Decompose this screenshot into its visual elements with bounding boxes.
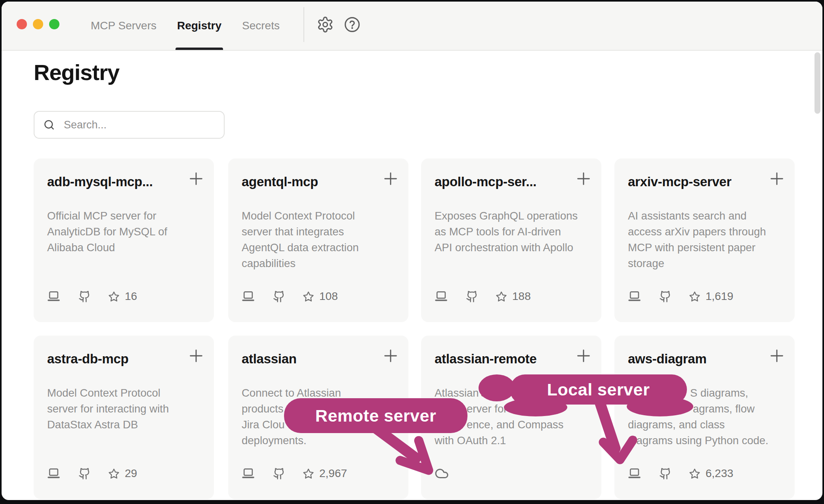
server-name: agentql-mcp (242, 174, 318, 189)
card-footer: 16 (47, 290, 137, 303)
add-server-button[interactable] (768, 347, 786, 365)
server-card[interactable]: agentql-mcp Model Context Protocolserver… (228, 158, 408, 322)
server-name: aws-diagram (628, 351, 706, 367)
server-name: arxiv-mcp-server (628, 174, 731, 189)
search-icon (43, 119, 55, 131)
card-footer: 29 (47, 467, 137, 480)
traffic-lights (17, 19, 59, 29)
github-icon[interactable] (273, 468, 285, 480)
zoom-window-button[interactable] (49, 19, 59, 29)
local-server-annotation: Local server (510, 374, 687, 405)
close-window-button[interactable] (17, 19, 27, 29)
app-window: MCP Servers Registry Secrets Registry (2, 2, 822, 500)
server-card[interactable]: arxiv-mcp-server AI assistants search an… (614, 158, 795, 322)
github-icon[interactable] (78, 290, 91, 303)
server-card[interactable]: astra-db-mcp Model Context Protocolserve… (34, 336, 214, 499)
server-description: Official MCP server forAnalyticDB for My… (47, 208, 206, 256)
tab-registry[interactable]: Registry (177, 2, 221, 50)
add-server-button[interactable] (574, 347, 593, 365)
star-count: 6,233 (706, 467, 733, 480)
card-footer: 6,233 (628, 467, 733, 480)
tab-secrets[interactable]: Secrets (242, 2, 280, 50)
laptop-icon (47, 467, 60, 480)
add-server-button[interactable] (381, 170, 400, 188)
star-icon (303, 291, 314, 302)
star-icon (689, 291, 700, 302)
laptop-icon (628, 467, 641, 480)
star-count: 188 (512, 290, 531, 303)
laptop-icon (435, 290, 448, 303)
server-description: Model Context Protocolserver for interac… (47, 385, 206, 433)
add-server-button[interactable] (768, 170, 786, 188)
laptop-icon (242, 467, 255, 480)
add-server-button[interactable] (187, 170, 205, 188)
annotation-label: Remote server (315, 406, 436, 426)
minimize-window-button[interactable] (33, 19, 43, 29)
screenshot-root: MCP Servers Registry Secrets Registry (0, 0, 824, 504)
star-count: 1,619 (706, 290, 733, 303)
cloud-icon (435, 466, 449, 481)
server-name: atlassian-remote (435, 351, 536, 367)
annotation-label: Local server (547, 380, 650, 399)
card-footer: 108 (242, 290, 338, 303)
server-name: apollo-mcp-ser... (435, 174, 536, 189)
github-icon[interactable] (78, 468, 91, 480)
vertical-scrollbar-thumb[interactable] (814, 52, 820, 114)
card-footer (435, 467, 449, 480)
star-count: 2,967 (319, 467, 347, 480)
server-card[interactable]: adb-mysql-mcp... Official MCP server for… (34, 158, 214, 322)
settings-gear-icon[interactable] (317, 16, 334, 33)
tab-label: MCP Servers (91, 19, 156, 32)
card-footer: 2,967 (242, 467, 347, 480)
star-count: 108 (319, 290, 338, 303)
github-icon[interactable] (659, 468, 671, 480)
search-placeholder: Search... (64, 119, 107, 131)
star-icon (108, 291, 120, 302)
server-card[interactable]: aws-diagram S diagrams, agrams, flow dia… (614, 336, 795, 499)
add-server-button[interactable] (574, 170, 593, 188)
star-count: 29 (125, 467, 137, 480)
add-server-button[interactable] (381, 347, 400, 365)
laptop-icon (47, 290, 60, 303)
card-footer: 188 (435, 290, 531, 303)
github-icon[interactable] (659, 290, 671, 303)
card-footer: 1,619 (628, 290, 733, 303)
active-tab-underline (175, 48, 223, 50)
add-server-button[interactable] (187, 347, 205, 365)
laptop-icon (242, 290, 255, 303)
local-server-arrow (600, 403, 615, 449)
star-icon (689, 468, 700, 479)
laptop-icon (628, 290, 641, 303)
toolbar-divider (303, 7, 304, 42)
star-icon (108, 468, 120, 479)
tab-label: Secrets (242, 19, 280, 32)
star-icon (303, 468, 314, 479)
tab-label: Registry (177, 19, 221, 32)
remote-server-annotation: Remote server (284, 398, 467, 433)
github-icon[interactable] (273, 290, 285, 303)
help-icon[interactable] (343, 16, 361, 33)
server-card[interactable]: apollo-mcp-ser... Exposes GraphQL operat… (421, 158, 601, 322)
tab-mcp-servers[interactable]: MCP Servers (91, 2, 156, 50)
server-description: AI assistants search andaccess arXiv pap… (628, 208, 787, 271)
main-nav: MCP Servers Registry Secrets (91, 2, 280, 50)
page-title: Registry (34, 59, 119, 85)
star-count: 16 (125, 290, 137, 303)
star-icon (496, 291, 507, 302)
server-name: atlassian (242, 351, 297, 367)
server-description: Model Context Protocolserver that integr… (242, 208, 401, 271)
search-input[interactable]: Search... (34, 111, 225, 139)
titlebar: MCP Servers Registry Secrets (2, 2, 822, 51)
server-name: astra-db-mcp (47, 351, 128, 367)
github-icon[interactable] (466, 290, 478, 303)
server-description: Exposes GraphQL operationsas MCP tools f… (435, 208, 593, 256)
server-name: adb-mysql-mcp... (47, 174, 153, 189)
